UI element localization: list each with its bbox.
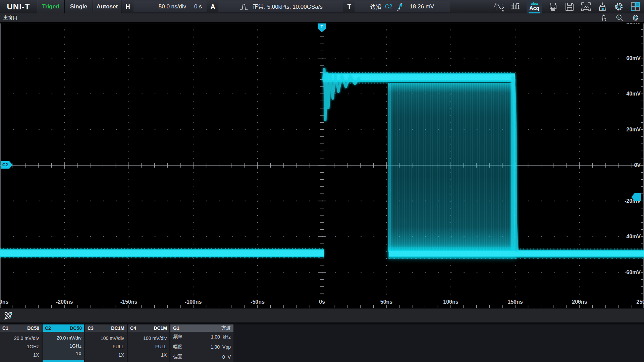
trigger-level-value: -18.26 mV bbox=[408, 3, 434, 10]
channel-coupling: DC50 bbox=[70, 325, 82, 331]
time-label: 150ns bbox=[507, 299, 523, 305]
channel-probe: 1X bbox=[76, 351, 82, 356]
rising-edge-slope-icon bbox=[396, 2, 405, 11]
channel-scale: 20.0 mV/div bbox=[57, 335, 82, 341]
save-icon[interactable] bbox=[564, 1, 575, 12]
channel-bandwidth: 1GHz bbox=[69, 343, 82, 349]
channel-block-c1[interactable]: C1DC50 20.0 mV/div 1GHz 1X bbox=[0, 324, 42, 362]
trigger-status-button[interactable]: Triged bbox=[37, 0, 64, 13]
acquire-mode-label: Acq bbox=[529, 5, 539, 11]
generator-id: G1 bbox=[173, 325, 179, 331]
acquire-settings-box[interactable]: 正常, 5.00kPts, 10.00GSa/s bbox=[218, 1, 343, 12]
trigger-source: C2 bbox=[385, 3, 392, 10]
toolbar-icon-group: A B FFT Ultra Acq bbox=[494, 0, 644, 13]
voltage-label: 80mV bbox=[621, 23, 641, 25]
channel-id: C4 bbox=[130, 325, 136, 331]
voltage-label: 0V bbox=[621, 162, 641, 168]
trace-low-left bbox=[0, 248, 324, 258]
trace-rising-edge bbox=[323, 69, 360, 256]
channel-coupling: DC50 bbox=[27, 325, 39, 331]
window-title-bar: 主窗口 bbox=[0, 13, 644, 23]
subbar-icon-group bbox=[600, 14, 644, 21]
time-label: 100ns bbox=[443, 299, 458, 305]
channel-info-bar: C1DC50 20.0 mV/div 1GHz 1X C2DC50 20.0 m… bbox=[0, 324, 644, 362]
voltage-label: 20mV bbox=[621, 127, 641, 133]
settings-gear-icon[interactable] bbox=[613, 1, 624, 12]
channel-probe: 1X bbox=[161, 352, 167, 358]
acquire-mode-sublabel: Ultra bbox=[531, 2, 538, 5]
channel-scale: 20.0 mV/div bbox=[14, 336, 39, 341]
horizontal-section-label: H bbox=[121, 3, 133, 10]
timebase-value: 50.0 ns/div bbox=[159, 3, 186, 10]
generator-offset-row: 偏置 0V bbox=[170, 352, 233, 362]
edit-tools-icon[interactable] bbox=[3, 310, 14, 321]
channel-coupling: DC1M bbox=[154, 325, 167, 331]
channel-bandwidth: FULL bbox=[155, 344, 167, 349]
time-label: -50ns bbox=[251, 299, 265, 305]
window-layout-icon[interactable] bbox=[630, 1, 641, 12]
persistence-block bbox=[388, 80, 516, 259]
waveform-display[interactable]: T C2 80mV60mV40mV20mV0V-20mV-40mV-60mV -… bbox=[0, 23, 644, 308]
generator-frequency-row: 频率 1.00kHz bbox=[170, 332, 233, 342]
channel-bandwidth: 1GHz bbox=[27, 344, 39, 349]
fft-icon[interactable]: FFT bbox=[510, 1, 521, 12]
graticule-and-trace bbox=[0, 23, 644, 308]
generator-amplitude-row: 幅度 1.00Vpp bbox=[170, 342, 233, 352]
screenshot-icon[interactable] bbox=[581, 1, 591, 12]
pulse-icon bbox=[239, 3, 249, 11]
time-label: 50ns bbox=[380, 299, 392, 305]
time-label: -250ns bbox=[0, 299, 8, 305]
print-icon[interactable] bbox=[548, 1, 558, 12]
time-label: 200ns bbox=[572, 299, 587, 305]
channel-bandwidth: FULL bbox=[113, 344, 124, 349]
channel-block-c3[interactable]: C3DC1M 100 mV/div FULL 1X bbox=[85, 324, 127, 362]
time-label: 250ns bbox=[636, 299, 644, 305]
horizontal-offset-value: 0 s bbox=[194, 3, 202, 10]
horizontal-settings-box[interactable]: 50.0 ns/div 0 s bbox=[133, 1, 207, 12]
single-button[interactable]: Single bbox=[64, 0, 93, 13]
acquire-mode-button[interactable]: Ultra Acq bbox=[527, 0, 542, 13]
touch-hand-icon[interactable] bbox=[600, 14, 607, 21]
time-label: -200ns bbox=[56, 299, 73, 305]
trigger-section-label: T bbox=[343, 3, 355, 10]
acquire-section-label: A bbox=[207, 3, 219, 10]
voltage-label: -60mV bbox=[621, 269, 641, 276]
generator-block-g1[interactable]: G1 方波 频率 1.00kHz 幅度 1.00Vpp 偏置 0V bbox=[170, 324, 233, 362]
trigger-type: 边沿 bbox=[370, 3, 382, 11]
autoset-button[interactable]: Autoset bbox=[93, 0, 121, 13]
clear-icon[interactable] bbox=[597, 1, 608, 12]
channel-block-c4[interactable]: C4DC1M 100 mV/div FULL 1X bbox=[128, 324, 169, 362]
channel-id: C2 bbox=[45, 325, 51, 331]
voltage-label: 40mV bbox=[621, 91, 641, 97]
time-label: -150ns bbox=[120, 299, 138, 305]
voltage-label: -40mV bbox=[621, 234, 641, 240]
channel-id: C1 bbox=[2, 325, 8, 331]
time-label: 0s bbox=[319, 299, 325, 305]
cursor-measure-icon[interactable]: A B bbox=[494, 1, 504, 12]
bottom-tool-strip bbox=[0, 309, 644, 322]
channel-id: C3 bbox=[88, 325, 94, 331]
channel-block-c2[interactable]: C2DC50 20.0 mV/div 1GHz 1X bbox=[43, 324, 84, 362]
channel-probe: 1X bbox=[118, 352, 124, 358]
voltage-label: 60mV bbox=[621, 55, 641, 61]
acquisition-info: 正常, 5.00kPts, 10.00GSa/s bbox=[253, 3, 323, 11]
brand-logo: UNI-T bbox=[0, 2, 37, 11]
zoom-in-icon[interactable] bbox=[616, 14, 623, 21]
generator-wave-type: 方波 bbox=[221, 325, 231, 331]
top-toolbar: UNI-T Triged Single Autoset H 50.0 ns/di… bbox=[0, 0, 644, 13]
window-title: 主窗口 bbox=[0, 15, 17, 21]
trigger-settings-box[interactable]: 边沿 C2 -18.26 mV bbox=[355, 1, 450, 12]
channel-probe: 1X bbox=[33, 352, 39, 358]
channel-scale: 100 mV/div bbox=[101, 336, 124, 341]
time-label: -100ns bbox=[185, 299, 202, 305]
oscilloscope-screen: UNI-T Triged Single Autoset H 50.0 ns/di… bbox=[0, 0, 644, 362]
channel-coupling: DC1M bbox=[111, 325, 124, 331]
display-settings-gear-icon[interactable] bbox=[632, 14, 639, 21]
channel-scale: 100 mV/div bbox=[143, 336, 167, 341]
